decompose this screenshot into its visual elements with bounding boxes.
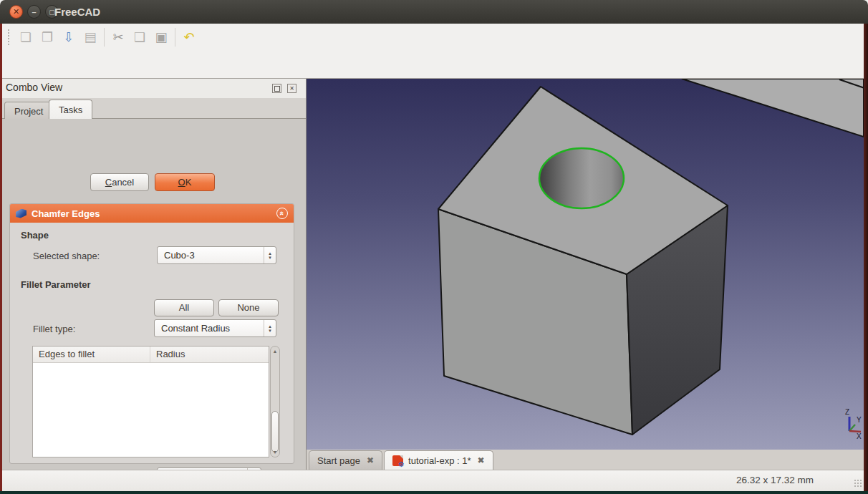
- selected-shape-label: Selected shape:: [33, 251, 100, 261]
- tasks-panel: Cancel OK Chamfer Edges Shape Selected s…: [0, 119, 306, 470]
- window-border-left: [0, 24, 2, 491]
- paste-icon: ▣: [155, 29, 167, 45]
- column-header-edges[interactable]: Edges to fillet: [33, 347, 150, 362]
- freecad-document-icon: [392, 455, 403, 466]
- print-icon: ▤: [84, 29, 96, 45]
- panel-close-button[interactable]: [287, 84, 296, 93]
- scroll-up-icon[interactable]: ▲: [271, 347, 279, 355]
- cut-icon: ✂: [112, 29, 123, 45]
- toolbar-standard: ❏❐⇩▤✂❑▣↶: [0, 24, 868, 50]
- tab-tutorial-exp[interactable]: tutorial-exp : 1*: [384, 450, 493, 470]
- copy-button[interactable]: ❑: [129, 26, 150, 48]
- 3d-viewport[interactable]: Z Y X: [307, 79, 864, 450]
- select-all-button[interactable]: All: [154, 299, 214, 316]
- tab-project[interactable]: Project: [4, 102, 53, 120]
- edges-table-header: Edges to fillet Radius: [33, 347, 269, 363]
- cancel-button[interactable]: Cancel: [90, 173, 149, 191]
- new-document-icon: ❏: [20, 29, 32, 45]
- window-minimize-button[interactable]: –: [27, 5, 41, 19]
- document-tab-bar: Start page tutorial-exp : 1*: [307, 450, 864, 470]
- background-slab-object[interactable]: [682, 79, 864, 137]
- spinner-icon[interactable]: [264, 247, 276, 263]
- collapse-icon[interactable]: [276, 208, 288, 219]
- combo-view-panel: Combo View Project Tasks Cancel OK Chamf…: [0, 79, 307, 470]
- desktop-edge: [0, 491, 868, 494]
- tab-start-page[interactable]: Start page: [309, 450, 382, 470]
- cut-button[interactable]: ✂: [107, 26, 129, 48]
- chamfer-edges-taskbox: Chamfer Edges Shape Selected shape: Cubo…: [9, 203, 294, 464]
- dimension-readout: 26.32 x 17.32 mm: [736, 475, 814, 485]
- taskbox-title: Chamfer Edges: [32, 208, 100, 219]
- edges-table: Edges to fillet Radius: [32, 346, 269, 457]
- column-header-radius[interactable]: Radius: [150, 347, 269, 362]
- axis-y-label: Y: [857, 416, 862, 424]
- spinner-icon[interactable]: [264, 320, 276, 336]
- fillet-type-label: Fillet type:: [33, 324, 75, 334]
- panel-title: Combo View: [6, 82, 62, 93]
- new-document-button[interactable]: ❏: [15, 26, 37, 48]
- open-folder-button[interactable]: ❐: [37, 26, 58, 48]
- print-button[interactable]: ▤: [79, 26, 101, 48]
- title-bar: ✕ – ▢ FreeCAD: [0, 0, 868, 24]
- scroll-down-icon[interactable]: ▼: [271, 448, 279, 456]
- select-none-button[interactable]: None: [218, 299, 279, 316]
- selected-shape-select[interactable]: Cubo-3: [157, 246, 276, 264]
- toolbar-part-workbench: [0, 50, 868, 79]
- paste-button[interactable]: ▣: [150, 26, 172, 48]
- tab-tasks[interactable]: Tasks: [49, 100, 92, 120]
- cylindrical-hole-selected-edge[interactable]: [539, 148, 624, 208]
- status-bar: 26.32 x 17.32 mm: [0, 470, 868, 491]
- undo-icon: ↶: [183, 29, 194, 45]
- window-close-button[interactable]: ✕: [9, 5, 23, 19]
- undo-button[interactable]: ↶: [178, 26, 200, 48]
- chamfer-icon: [16, 209, 26, 218]
- fillet-parameter-heading: Fillet Parameter: [21, 279, 91, 290]
- edges-table-scrollbar[interactable]: ▲ ▼: [270, 346, 280, 457]
- fillet-type-select[interactable]: Constant Radius: [154, 319, 276, 337]
- axis-indicator: Z Y X: [845, 408, 862, 440]
- toolbar-drag-handle[interactable]: [8, 29, 11, 45]
- panel-float-button[interactable]: [272, 84, 281, 93]
- shape-heading: Shape: [21, 230, 49, 241]
- window-title: FreeCAD: [54, 0, 100, 24]
- combo-view-tabs: Project Tasks: [0, 98, 306, 119]
- open-folder-icon: ❐: [42, 29, 53, 45]
- axis-x-label: X: [857, 432, 862, 440]
- resize-grip[interactable]: [854, 479, 862, 488]
- copy-icon: ❑: [134, 29, 145, 45]
- toolbar-separator: [104, 28, 105, 47]
- ok-button[interactable]: OK: [155, 173, 215, 191]
- save-button[interactable]: ⇩: [58, 26, 79, 48]
- toolbar-separator: [175, 28, 175, 47]
- close-icon[interactable]: [478, 455, 485, 465]
- taskbox-header[interactable]: Chamfer Edges: [10, 204, 294, 223]
- close-icon[interactable]: [367, 455, 374, 465]
- window-border-right: [864, 24, 868, 491]
- scrollbar-thumb[interactable]: [271, 411, 279, 452]
- axis-z-label: Z: [845, 408, 849, 416]
- combo-view-header: Combo View: [0, 79, 306, 98]
- save-icon: ⇩: [63, 29, 74, 45]
